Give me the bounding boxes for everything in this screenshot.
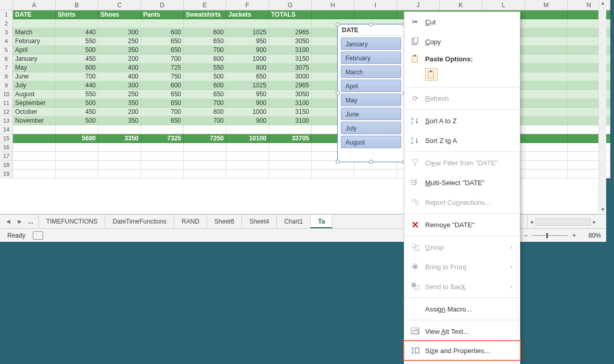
cell[interactable]: 5680 (56, 134, 98, 143)
cell[interactable]: 3150 (269, 55, 312, 63)
cell[interactable]: 600 (141, 28, 184, 37)
menu-view-alt-text[interactable]: View Alt Text... (404, 321, 520, 341)
sheet-tab[interactable]: Sheet4 (242, 215, 277, 228)
menu-assign-macro[interactable]: Assign Macro... (404, 299, 520, 319)
cell[interactable] (226, 19, 269, 28)
sheet-tab[interactable]: Sheet6 (207, 215, 242, 228)
cell[interactable] (184, 19, 226, 28)
row-header[interactable]: 13 (0, 116, 13, 125)
cell[interactable]: 350 (98, 46, 141, 55)
cell[interactable] (184, 152, 226, 161)
row-header[interactable]: 3 (0, 28, 13, 37)
cell[interactable]: 950 (226, 37, 269, 46)
slicer-item[interactable]: July (341, 122, 401, 134)
cell[interactable] (98, 170, 141, 178)
column-header[interactable]: I (354, 0, 397, 10)
cell[interactable] (226, 152, 269, 161)
cell[interactable] (269, 161, 312, 170)
cell[interactable]: 900 (226, 46, 269, 55)
cell[interactable]: 1000 (226, 55, 269, 63)
cell[interactable] (13, 134, 56, 143)
resize-handle-icon[interactable] (369, 22, 373, 27)
column-header[interactable]: A (13, 0, 56, 10)
cell[interactable]: 250 (98, 90, 141, 99)
row-header[interactable]: 12 (0, 108, 13, 116)
cell[interactable] (525, 134, 568, 143)
cell[interactable] (56, 152, 98, 161)
row-header[interactable]: 2 (0, 19, 13, 28)
cell[interactable] (226, 143, 269, 152)
zoom-slider[interactable] (532, 235, 568, 236)
cell[interactable]: 800 (184, 55, 226, 63)
cell[interactable] (98, 19, 141, 28)
menu-cut[interactable]: ✂ Cut (404, 12, 520, 32)
cell[interactable] (184, 161, 226, 170)
cell[interactable]: Jackets (226, 10, 269, 19)
slicer-date[interactable]: DATE JanuaryFebruaryMarchAprilMayJuneJul… (337, 24, 405, 162)
cell[interactable] (226, 170, 269, 178)
row-header[interactable]: 16 (0, 143, 13, 152)
cell[interactable]: April (13, 46, 56, 55)
cell[interactable] (525, 108, 568, 116)
column-header[interactable]: E (184, 0, 226, 10)
cell[interactable]: 650 (184, 37, 226, 46)
menu-sort-za[interactable]: ZA Sort Z to A (404, 131, 520, 150)
cell[interactable] (56, 170, 98, 178)
cell[interactable]: DATE (13, 10, 56, 19)
cell[interactable]: 750 (141, 72, 184, 81)
cell[interactable] (525, 116, 568, 125)
row-header[interactable]: 19 (0, 170, 13, 178)
cell[interactable]: September (13, 99, 56, 108)
macro-record-icon[interactable] (33, 231, 43, 240)
cell[interactable] (56, 125, 98, 134)
cell[interactable] (525, 99, 568, 108)
cell[interactable]: 3100 (269, 46, 312, 55)
cell[interactable]: 800 (226, 63, 269, 72)
cell[interactable]: 1000 (226, 108, 269, 116)
cell[interactable]: 3150 (269, 108, 312, 116)
cell[interactable] (98, 152, 141, 161)
menu-size-and-properties[interactable]: Size and Properties... (403, 340, 521, 361)
column-header[interactable]: C (98, 0, 141, 10)
cell[interactable] (354, 10, 397, 19)
cell[interactable]: 600 (141, 81, 184, 90)
cell[interactable] (312, 10, 354, 19)
cell[interactable]: 700 (141, 108, 184, 116)
column-header[interactable]: M (525, 0, 568, 10)
sheet-tab[interactable]: TIMEFUNCTIONS (39, 215, 106, 228)
cell[interactable]: 725 (141, 63, 184, 72)
paste-default-button[interactable] (425, 68, 438, 81)
cell[interactable] (525, 143, 568, 152)
cell[interactable] (525, 81, 568, 90)
cell[interactable]: 500 (56, 116, 98, 125)
cell[interactable] (525, 55, 568, 63)
cell[interactable]: 450 (56, 55, 98, 63)
cell[interactable]: 600 (184, 81, 226, 90)
cell[interactable]: June (13, 72, 56, 81)
cell[interactable] (13, 143, 56, 152)
cell[interactable] (269, 125, 312, 134)
cell[interactable] (98, 161, 141, 170)
menu-copy[interactable]: Copy (404, 32, 520, 51)
hscroll-right-icon[interactable]: ► (591, 219, 598, 225)
column-header[interactable]: G (269, 0, 312, 10)
cell[interactable] (56, 19, 98, 28)
column-header[interactable]: J (397, 0, 440, 10)
vertical-scrollbar[interactable]: ▲ ▼ (598, 0, 606, 214)
column-header[interactable]: L (482, 0, 525, 10)
cell[interactable] (525, 90, 568, 99)
cell[interactable]: 700 (184, 46, 226, 55)
zoom-in-icon[interactable]: + (572, 232, 576, 239)
cell[interactable]: February (13, 37, 56, 46)
cell[interactable]: 3050 (269, 37, 312, 46)
cell[interactable]: 650 (141, 46, 184, 55)
cell[interactable]: July (13, 81, 56, 90)
cell[interactable]: 350 (98, 116, 141, 125)
cell[interactable] (525, 63, 568, 72)
cell[interactable]: 600 (184, 28, 226, 37)
cell[interactable]: 3050 (269, 90, 312, 99)
cell[interactable]: March (13, 28, 56, 37)
cell[interactable] (13, 170, 56, 178)
cell[interactable]: 950 (226, 90, 269, 99)
cell[interactable]: 2965 (269, 28, 312, 37)
